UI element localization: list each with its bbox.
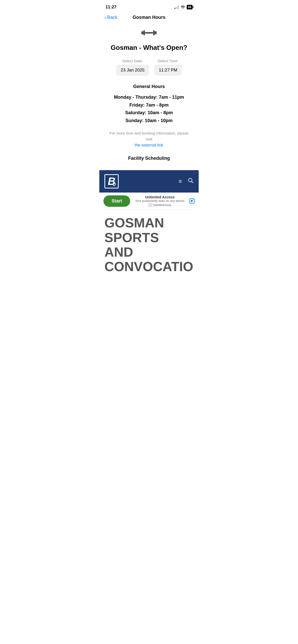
web-nav-icons: ≡ bbox=[179, 178, 194, 185]
svg-rect-0 bbox=[141, 31, 143, 34]
svg-rect-4 bbox=[155, 31, 157, 34]
back-chevron-icon: ‹ bbox=[104, 15, 106, 20]
status-icons: 84 bbox=[174, 5, 193, 9]
nav-title: Gosman Hours bbox=[132, 15, 165, 20]
svg-marker-9 bbox=[191, 200, 193, 202]
web-logo: B D bbox=[104, 174, 119, 188]
svg-line-6 bbox=[192, 181, 193, 183]
ad-logo-text: StartWebTools bbox=[153, 203, 171, 207]
ad-subtitle: Your productivity tools on any device bbox=[134, 199, 185, 203]
ad-play-icon[interactable] bbox=[189, 198, 195, 203]
ad-bar: Start Unlimited Access Your productivity… bbox=[99, 193, 199, 210]
svg-marker-8 bbox=[150, 204, 151, 206]
dumbbell-icon bbox=[141, 28, 157, 40]
facility-title: Facility Scheduling bbox=[128, 156, 170, 161]
web-header: B D ≡ bbox=[99, 170, 199, 193]
back-button[interactable]: ‹ Back bbox=[104, 15, 117, 20]
back-label: Back bbox=[107, 15, 117, 20]
ad-title: Unlimited Access bbox=[134, 195, 185, 199]
start-button[interactable]: Start bbox=[103, 195, 130, 207]
hours-block: Monday - Thursday: 7am - 11pm Friday: 7a… bbox=[114, 93, 184, 124]
big-heading-line1: GOSMAN SPORTS bbox=[104, 216, 194, 245]
wifi-icon bbox=[181, 5, 185, 9]
hours-line-sun: Sunday: 10am - 10pm bbox=[114, 117, 184, 125]
general-hours-title: General Hours bbox=[133, 84, 165, 89]
embedded-web-content: B D ≡ Start Unlimited Access Your produc… bbox=[99, 170, 199, 274]
signal-icon bbox=[174, 5, 179, 9]
status-time: 11:27 bbox=[105, 5, 116, 10]
main-content: Gosman - What's Open? Select Date: 23 Ja… bbox=[99, 23, 199, 170]
ad-text: Unlimited Access Your productivity tools… bbox=[134, 195, 185, 207]
external-link[interactable]: the external link bbox=[135, 143, 163, 148]
pickers-row: Select Date: 23 Jan 2025 Select Time: 11… bbox=[107, 59, 191, 76]
time-picker-group: Select Time: 11:27 PM bbox=[154, 59, 182, 76]
battery-icon: 84 bbox=[187, 5, 193, 9]
ad-logo: StartWebTools bbox=[134, 203, 185, 207]
nav-bar: ‹ Back Gosman Hours bbox=[99, 13, 199, 23]
date-picker-group: Select Date: 23 Jan 2025 bbox=[116, 59, 149, 76]
big-heading-line2: AND bbox=[104, 245, 194, 259]
page-heading: Gosman - What's Open? bbox=[111, 44, 187, 52]
status-bar: 11:27 84 bbox=[99, 0, 199, 13]
date-picker-value[interactable]: 23 Jan 2025 bbox=[116, 65, 149, 76]
hours-line-mon-thu: Monday - Thursday: 7am - 11pm bbox=[114, 93, 184, 101]
date-picker-label: Select Date: bbox=[122, 59, 143, 63]
big-heading-line3: CONVOCATION bbox=[104, 259, 194, 274]
hours-line-sat: Saturday: 10am - 8pm bbox=[114, 109, 184, 117]
more-info-text: For more time and booking information, p… bbox=[107, 130, 191, 142]
hours-line-fri: Friday: 7am - 8pm bbox=[114, 101, 184, 109]
search-icon[interactable] bbox=[188, 178, 194, 185]
time-picker-value[interactable]: 11:27 PM bbox=[154, 65, 182, 76]
svg-rect-1 bbox=[143, 30, 145, 35]
big-heading-section: GOSMAN SPORTS AND CONVOCATION bbox=[99, 210, 199, 274]
svg-rect-3 bbox=[153, 30, 155, 35]
time-picker-label: Select Time: bbox=[158, 59, 179, 63]
svg-rect-2 bbox=[145, 32, 153, 34]
hamburger-icon[interactable]: ≡ bbox=[179, 178, 182, 185]
